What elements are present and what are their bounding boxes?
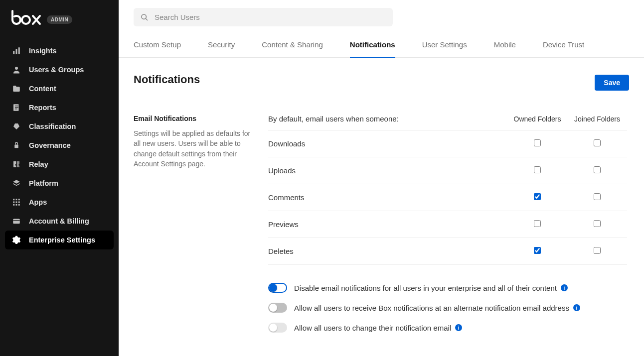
sidebar-item-relay[interactable]: Relay xyxy=(5,155,114,174)
sidebar-item-label: Classification xyxy=(29,122,76,130)
svg-rect-17 xyxy=(16,204,17,206)
sidebar-item-governance[interactable]: Governance xyxy=(5,136,114,155)
tab-security[interactable]: Security xyxy=(208,40,235,58)
svg-rect-1 xyxy=(13,51,14,54)
nav-icon xyxy=(12,198,21,207)
sidebar-item-apps[interactable]: Apps xyxy=(5,193,114,212)
svg-rect-9 xyxy=(14,145,18,148)
toggle-text: Disable email notifications for all user… xyxy=(294,284,557,292)
cell-joined xyxy=(567,166,627,175)
table-header: By default, email users when someone: Ow… xyxy=(268,115,627,130)
info-icon[interactable]: i xyxy=(573,304,580,311)
nav-icon xyxy=(12,122,21,131)
box-logo xyxy=(11,10,42,29)
tab-user-settings[interactable]: User Settings xyxy=(422,40,467,58)
svg-rect-18 xyxy=(18,204,20,206)
brand-area: ADMIN xyxy=(0,7,119,38)
tab-content-sharing[interactable]: Content & Sharing xyxy=(262,40,323,58)
sidebar-item-label: Enterprise Settings xyxy=(29,236,95,244)
table-row: Uploads xyxy=(268,157,627,184)
cell-owned xyxy=(507,220,567,229)
sidebar-item-content[interactable]: Content xyxy=(5,79,114,98)
toggle-switch[interactable] xyxy=(268,283,287,293)
row-label: Deletes xyxy=(268,247,507,255)
cell-joined xyxy=(567,220,627,229)
checkbox-joined[interactable] xyxy=(594,166,601,173)
table-row: Comments xyxy=(268,184,627,211)
svg-rect-20 xyxy=(13,221,20,222)
row-label: Comments xyxy=(268,193,507,202)
cell-owned xyxy=(507,247,567,255)
toggle-knob xyxy=(269,304,277,312)
sidebar-item-platform[interactable]: Platform xyxy=(5,174,114,193)
checkbox-joined[interactable] xyxy=(594,220,601,227)
cell-owned xyxy=(507,139,567,148)
sidebar-item-enterprise-settings[interactable]: Enterprise Settings xyxy=(5,231,114,249)
sidebar-item-label: Content xyxy=(29,85,56,93)
nav-icon xyxy=(12,141,21,150)
nav-icon xyxy=(12,160,21,169)
sidebar-item-label: Platform xyxy=(29,179,58,187)
checkbox-owned[interactable] xyxy=(534,139,541,146)
nav-icon xyxy=(12,65,21,74)
table-header-label: By default, email users when someone: xyxy=(268,115,507,123)
checkbox-joined[interactable] xyxy=(594,247,601,254)
page-title: Notifications xyxy=(134,73,200,86)
row-label: Downloads xyxy=(268,139,507,148)
search-input[interactable] xyxy=(155,13,386,21)
tab-device-trust[interactable]: Device Trust xyxy=(543,40,584,58)
svg-rect-8 xyxy=(15,109,17,109)
info-icon[interactable]: i xyxy=(561,284,568,291)
tab-notifications[interactable]: Notifications xyxy=(350,40,395,58)
tab-custom-setup[interactable]: Custom Setup xyxy=(134,40,181,58)
toggle-label: Allow all users to receive Box notificat… xyxy=(294,304,580,312)
search-bar[interactable] xyxy=(134,8,393,26)
info-icon[interactable]: i xyxy=(455,324,462,331)
svg-rect-11 xyxy=(16,199,17,200)
sidebar-item-label: Reports xyxy=(29,104,56,112)
svg-rect-19 xyxy=(13,219,20,224)
cell-owned xyxy=(507,166,567,175)
checkbox-owned[interactable] xyxy=(534,193,541,200)
toggle-label: Allow all users to change their notifica… xyxy=(294,324,462,332)
cell-joined xyxy=(567,193,627,202)
nav-icon xyxy=(12,236,21,244)
toggle-switch[interactable] xyxy=(268,323,287,333)
toggle-switch[interactable] xyxy=(268,303,287,313)
table-row: Previews xyxy=(268,211,627,238)
checkbox-joined[interactable] xyxy=(594,193,601,200)
svg-point-4 xyxy=(15,67,18,70)
svg-rect-16 xyxy=(13,204,14,206)
tab-bar: Custom SetupSecurityContent & SharingNot… xyxy=(119,40,644,58)
checkbox-owned[interactable] xyxy=(534,247,541,254)
section-description: Settings will be applied as defaults for… xyxy=(134,128,258,169)
nav-list: InsightsUsers & GroupsContentReportsClas… xyxy=(0,38,119,252)
checkbox-joined[interactable] xyxy=(594,139,601,146)
sidebar-item-label: Relay xyxy=(29,160,48,168)
svg-rect-10 xyxy=(13,199,14,200)
tab-mobile[interactable]: Mobile xyxy=(494,40,516,58)
table-column-joined: Joined Folders xyxy=(567,115,627,123)
nav-icon xyxy=(12,103,21,112)
checkbox-owned[interactable] xyxy=(534,220,541,227)
row-label: Uploads xyxy=(268,166,507,175)
sidebar-item-reports[interactable]: Reports xyxy=(5,98,114,117)
sidebar-item-classification[interactable]: Classification xyxy=(5,117,114,136)
svg-rect-7 xyxy=(15,107,18,108)
svg-point-0 xyxy=(22,16,30,24)
toggle-text: Allow all users to change their notifica… xyxy=(294,324,451,332)
sidebar-item-label: Account & Billing xyxy=(29,217,89,225)
toggle-row: Disable email notifications for all user… xyxy=(268,278,627,298)
cell-joined xyxy=(567,247,627,255)
sidebar-item-users-groups[interactable]: Users & Groups xyxy=(5,60,114,79)
svg-rect-12 xyxy=(18,199,20,200)
sidebar-item-account-billing[interactable]: Account & Billing xyxy=(5,212,114,231)
nav-icon xyxy=(12,179,21,188)
sidebar: ADMIN InsightsUsers & GroupsContentRepor… xyxy=(0,0,119,356)
svg-rect-6 xyxy=(15,106,18,106)
checkbox-owned[interactable] xyxy=(534,166,541,173)
save-button[interactable]: Save xyxy=(595,75,629,91)
sidebar-item-insights[interactable]: Insights xyxy=(5,41,114,60)
nav-icon xyxy=(12,84,21,93)
cell-joined xyxy=(567,139,627,148)
